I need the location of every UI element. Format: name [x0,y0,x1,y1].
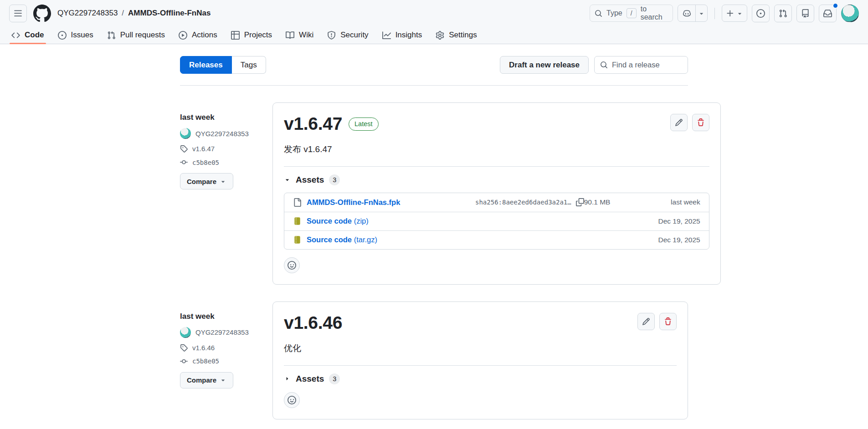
tab-code[interactable]: Code [6,26,49,44]
triangle-down-icon [284,176,291,183]
tab-actions[interactable]: Actions [174,26,222,44]
user-avatar[interactable] [841,5,859,22]
tag-link[interactable]: v1.6.46 [192,344,215,352]
git-pull-request-icon [107,31,116,40]
breadcrumb: QYG2297248353 / AMMDS-Offline-FnNas [57,9,211,18]
breadcrumb-separator: / [122,9,124,18]
author-link[interactable]: QYG2297248353 [195,130,249,138]
copilot-button[interactable] [678,5,696,21]
chevron-down-icon [220,377,226,383]
inbox-icon [823,9,832,18]
repo-icon [801,9,810,18]
hamburger-icon [14,9,22,18]
header-right: Type / to search [590,5,859,22]
app-header: QYG2297248353 / AMMDS-Offline-FnNas Type… [0,0,868,26]
tab-wiki[interactable]: Wiki [281,26,318,44]
tag-link[interactable]: v1.6.47 [192,145,215,153]
tab-label: Actions [192,31,217,40]
compare-button[interactable]: Compare [180,372,233,388]
trash-icon [697,118,705,127]
copilot-menu-button[interactable] [696,5,707,21]
release-title[interactable]: v1.6.47 [284,114,342,134]
add-reaction-button[interactable] [284,392,300,408]
release-card: v1.6.46 优化 Assets 3 [272,301,688,419]
asset-date: Dec 19, 2025 [643,236,700,244]
source-suffix: (tar.gz) [354,235,377,244]
tag-icon [180,145,188,153]
release-body-divider [284,166,709,167]
copy-digest-button[interactable] [576,198,584,206]
compare-button[interactable]: Compare [180,173,233,189]
releases-toggle-button[interactable]: Releases [180,56,232,74]
commit-link[interactable]: c5b8e05 [192,159,219,166]
tab-label: Projects [244,31,272,40]
plus-icon [726,9,734,18]
assets-label: Assets [296,374,324,384]
draft-new-release-button[interactable]: Draft a new release [500,56,589,74]
release-title[interactable]: v1.6.46 [284,313,342,333]
tab-label: Security [340,31,368,40]
tags-toggle-button[interactable]: Tags [232,56,266,74]
chevron-down-icon [736,10,743,17]
code-icon [11,31,20,40]
global-nav-menu-button[interactable] [9,5,27,22]
tab-security[interactable]: Security [322,26,373,44]
source-label: Source code [307,235,352,244]
assets-list: AMMDS-Offline-FnNas.fpk sha256:8aee2ed6d… [284,193,709,250]
asset-date: last week [643,198,700,206]
release-tag-row: v1.6.46 [180,344,272,352]
asset-row: Source code (zip) Dec 19, 2025 [284,212,709,230]
source-targz-link[interactable]: Source code (tar.gz) [307,235,377,244]
github-logo[interactable] [33,5,51,22]
table-icon [231,31,240,40]
delete-release-button[interactable] [659,313,677,330]
source-zip-link[interactable]: Source code (zip) [307,217,369,225]
edit-release-button[interactable] [670,114,688,131]
assets-toggle[interactable]: Assets 3 [284,373,677,384]
releases-toolbar: Releases Tags Draft a new release [180,56,688,74]
source-suffix: (zip) [354,217,369,225]
global-search-input[interactable]: Type / to search [590,5,673,22]
find-release-input[interactable] [612,61,682,69]
tab-label: Insights [395,31,422,40]
asset-date: Dec 19, 2025 [643,217,700,225]
delete-release-button[interactable] [692,114,709,131]
tab-settings[interactable]: Settings [431,26,482,44]
asset-download-link[interactable]: AMMDS-Offline-FnNas.fpk [307,198,400,207]
pull-requests-header-button[interactable] [774,5,792,22]
tab-insights[interactable]: Insights [377,26,427,44]
release-entry: last week QYG2297248353 v1.6.46 c5b8e05 … [180,301,688,419]
search-icon [600,61,608,69]
pencil-icon [642,317,650,326]
author-link[interactable]: QYG2297248353 [195,328,249,336]
release-card: v1.6.47 Latest 发布 v1.6.47 Assets 3 [272,102,721,285]
tab-projects[interactable]: Projects [226,26,277,44]
git-pull-request-icon [779,9,787,18]
asset-sha256: sha256:8aee2ed6daed3a2a1… [475,199,571,206]
toolbar-divider [180,85,688,86]
commit-link[interactable]: c5b8e05 [192,358,219,365]
compare-label: Compare [187,376,216,384]
author-avatar[interactable] [180,128,191,139]
book-icon [286,31,294,40]
tab-label: Wiki [299,31,313,40]
repositories-header-button[interactable] [796,5,814,22]
asset-digest: sha256:8aee2ed6daed3a2a1… [475,198,584,206]
edit-release-button[interactable] [637,313,655,330]
release-card-header: v1.6.46 [284,313,677,333]
release-commit-row: c5b8e05 [180,358,272,365]
release-title-wrap: v1.6.46 [284,313,342,333]
breadcrumb-repo-link[interactable]: AMMDS-Offline-FnNas [128,9,211,18]
author-avatar[interactable] [180,327,191,338]
add-reaction-button[interactable] [284,257,300,273]
tab-label: Issues [71,31,93,40]
tab-pull-requests[interactable]: Pull requests [102,26,170,44]
find-release-search [594,56,688,74]
release-actions [637,313,677,330]
create-new-button[interactable] [722,5,747,22]
assets-toggle[interactable]: Assets 3 [284,174,709,185]
issues-header-button[interactable] [752,5,770,22]
breadcrumb-owner-link[interactable]: QYG2297248353 [57,9,118,18]
tab-issues[interactable]: Issues [53,26,98,44]
tag-icon [180,344,188,352]
